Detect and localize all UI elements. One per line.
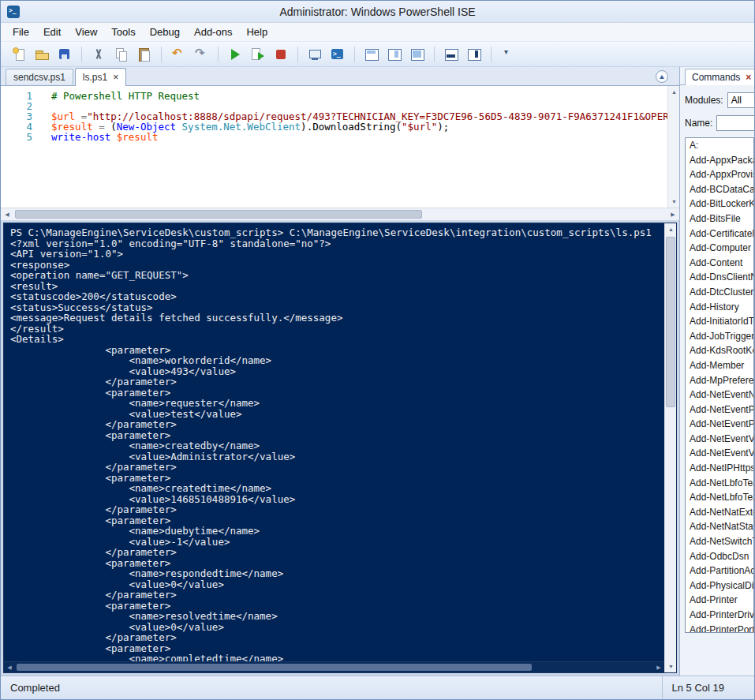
command-list-item[interactable]: Add-PrinterDrive xyxy=(686,608,753,623)
console-hscroll-thumb[interactable] xyxy=(17,664,532,671)
open-button[interactable] xyxy=(32,44,52,65)
command-list-item[interactable]: Add-NetLbfoTea xyxy=(686,490,753,505)
command-list-item[interactable]: Add-PrinterPort xyxy=(686,623,753,633)
command-list-item[interactable]: Add-DtcClusterTI xyxy=(686,285,753,300)
command-list-item[interactable]: Add-NetEventVm xyxy=(686,432,753,447)
command-list-item[interactable]: Add-OdbcDsn xyxy=(686,549,753,564)
console-line: <message>Request details fetched success… xyxy=(10,313,664,324)
command-list-item[interactable]: Add-MpPreferen xyxy=(686,373,753,388)
cut-button[interactable] xyxy=(88,44,109,65)
scroll-right-icon[interactable]: ▶ xyxy=(653,662,664,673)
menu-item-debug[interactable]: Debug xyxy=(143,23,187,41)
start-powershell-button[interactable] xyxy=(327,44,348,65)
copy-button[interactable] xyxy=(111,44,132,65)
show-addons-pane-button[interactable] xyxy=(464,44,484,65)
console-line: <parameter> xyxy=(10,558,664,569)
command-list-item[interactable]: Add-PartitionAc xyxy=(686,563,753,578)
command-list-item[interactable]: Add-NetLbfoTea xyxy=(686,476,753,491)
titlebar[interactable]: Administrator: Windows PowerShell ISE xyxy=(1,1,754,23)
undo-button[interactable] xyxy=(168,44,189,65)
scroll-down-icon[interactable]: ▼ xyxy=(665,661,677,672)
stop-button[interactable] xyxy=(271,44,291,65)
run-script-button[interactable] xyxy=(225,44,245,65)
toolbar-separator xyxy=(81,47,82,62)
tab-ls-ps1[interactable]: ls.ps1× xyxy=(75,68,126,86)
console-vertical-scrollbar[interactable]: ▲ ▼ xyxy=(664,223,676,672)
editor-vertical-scrollbar[interactable]: ▲ ▼ xyxy=(667,86,679,208)
paste-button[interactable] xyxy=(134,44,155,65)
console-vscroll-thumb[interactable] xyxy=(666,237,675,407)
scroll-up-icon[interactable]: ▲ xyxy=(665,223,677,235)
script-editor[interactable]: 1# Powershell HTTP Request23$url ="http:… xyxy=(1,86,667,208)
modules-dropdown[interactable]: All ▾ xyxy=(727,92,754,108)
command-list-item[interactable]: Add-Content xyxy=(686,256,753,271)
command-list-item[interactable]: Add-BitsFile xyxy=(686,211,753,226)
command-list-item[interactable]: Add-Printer xyxy=(686,593,753,608)
command-list-item[interactable]: Add-AppxPackag xyxy=(686,153,753,168)
command-list-item[interactable]: Add-JobTrigger xyxy=(686,329,753,344)
tab-sendcsv-ps1[interactable]: sendcsv.ps1 xyxy=(6,69,73,85)
undo-icon xyxy=(171,47,185,62)
scroll-right-icon[interactable]: ▶ xyxy=(667,208,679,221)
redo-button[interactable] xyxy=(191,44,211,65)
show-console-pane-button[interactable] xyxy=(441,44,462,65)
scroll-down-icon[interactable]: ▼ xyxy=(668,196,679,208)
command-group-header: A: xyxy=(686,138,753,153)
scroll-left-icon[interactable]: ◀ xyxy=(4,662,15,673)
command-list-item[interactable]: Add-NetNatStati xyxy=(686,519,753,534)
menu-item-view[interactable]: View xyxy=(68,23,104,41)
command-list-item[interactable]: Add-BCDataCach xyxy=(686,182,753,197)
command-list-item[interactable]: Add-History xyxy=(686,300,753,315)
script-pane-max-button[interactable] xyxy=(407,44,428,65)
command-list-item[interactable]: Add-NetSwitchTe xyxy=(686,534,753,549)
menu-item-add-ons[interactable]: Add-ons xyxy=(187,23,239,41)
menu-item-tools[interactable]: Tools xyxy=(104,23,142,41)
scroll-left-icon[interactable]: ◀ xyxy=(1,208,13,221)
close-icon[interactable]: × xyxy=(746,72,751,83)
console-horizontal-scrollbar[interactable]: ◀ ▶ xyxy=(4,661,664,672)
menu-item-help[interactable]: Help xyxy=(239,23,275,41)
toolbar-overflow-button[interactable] xyxy=(498,44,518,65)
command-list-item[interactable]: Add-Member xyxy=(686,358,753,373)
command-list-item[interactable]: Add-NetEventNe xyxy=(686,387,753,402)
code-token: "$url" xyxy=(402,121,437,133)
code-token: $result xyxy=(117,131,159,143)
collapse-editor-icon[interactable] xyxy=(656,70,668,83)
code-text: write-host $result xyxy=(32,131,158,141)
editor-horizontal-scrollbar[interactable]: ◀ ▶ xyxy=(1,208,679,220)
tab-close-icon[interactable]: × xyxy=(113,72,118,83)
command-list-item[interactable]: Add-NetEventPa xyxy=(686,402,753,417)
command-list-item[interactable]: Add-InitiatorIdTc xyxy=(686,314,753,329)
command-list-item[interactable]: Add-AppxProvisi xyxy=(686,167,753,182)
new-script-button[interactable] xyxy=(9,44,29,65)
save-button[interactable] xyxy=(54,44,75,65)
run-selection-button[interactable] xyxy=(248,44,268,65)
console-line: <value>493</value> xyxy=(10,366,664,377)
command-list-item[interactable]: Add-PhysicalDisk xyxy=(686,578,753,593)
command-list-item[interactable]: Add-NetEventVm xyxy=(686,446,753,461)
command-list-item[interactable]: Add-KdsRootKey xyxy=(686,343,753,358)
command-list-item[interactable]: Add-Computer xyxy=(686,241,753,256)
menu-item-edit[interactable]: Edit xyxy=(36,23,68,41)
scroll-up-icon[interactable]: ▲ xyxy=(668,86,679,98)
code-text: $url ="http://localhost:8888/sdpapi/requ… xyxy=(32,110,667,121)
code-token: write-host xyxy=(51,131,110,143)
command-list-item[interactable]: Add-NetIPHttpsC xyxy=(686,461,753,476)
console-output[interactable]: PS C:\ManageEngine\ServiceDesk\custom_sc… xyxy=(4,223,664,661)
script-pane-right-button[interactable] xyxy=(384,44,405,65)
menu-item-file[interactable]: File xyxy=(6,23,36,41)
new-remote-tab-button[interactable] xyxy=(305,44,325,65)
command-list-item[interactable]: Add-NetNatExter xyxy=(686,505,753,520)
command-list-item[interactable]: Add-DnsClientNr xyxy=(686,270,753,285)
editor-hscroll-thumb[interactable] xyxy=(15,210,422,219)
commands-tab[interactable]: Commands × xyxy=(685,69,754,85)
script-pane-top-button[interactable] xyxy=(361,44,382,65)
name-filter-input[interactable] xyxy=(716,115,754,131)
toolbar xyxy=(1,42,754,67)
command-list-item[interactable]: Add-BitLockerKe xyxy=(686,197,753,211)
console-line: <operation name="GET_REQUEST"> xyxy=(10,270,664,281)
command-list-item[interactable]: Add-CertificateEr xyxy=(686,226,753,241)
console-line: <name>resolvedtime</name> xyxy=(10,611,664,622)
code-token: System.Net.WebClient xyxy=(176,121,301,133)
command-list-item[interactable]: Add-NetEventPro xyxy=(686,417,753,432)
